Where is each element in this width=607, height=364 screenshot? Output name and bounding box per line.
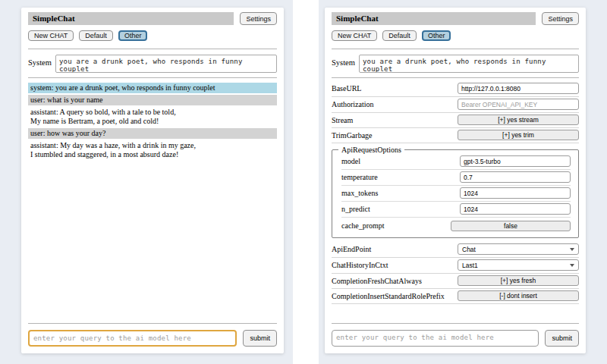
header-row: SimpleChat Settings bbox=[332, 12, 579, 25]
screenshot-gap bbox=[293, 0, 319, 364]
query-row: submit bbox=[332, 330, 579, 347]
system-prompt-input[interactable]: you are a drunk poet, who responds in fu… bbox=[359, 55, 579, 73]
submit-button[interactable]: submit bbox=[243, 330, 277, 347]
stream-label: Stream bbox=[332, 116, 353, 124]
spacer bbox=[28, 162, 277, 320]
settings-row: n_predict bbox=[341, 202, 571, 218]
api-request-options-rows: modeltemperaturemax_tokensn_predictcache… bbox=[341, 154, 571, 232]
new-chat-button[interactable]: New CHAT bbox=[28, 30, 74, 41]
completionfreshchatalways-toggle[interactable]: [+] yes fresh bbox=[458, 275, 579, 286]
n-predict-label: n_predict bbox=[341, 205, 370, 213]
baseurl-label: BaseURL bbox=[332, 84, 361, 93]
system-prompt-row: System you are a drunk poet, who respond… bbox=[28, 55, 277, 73]
api-request-options-fieldset: ApiRequestOptions modeltemperaturemax_to… bbox=[332, 146, 579, 238]
settings-row: ApiEndPointChat bbox=[332, 242, 579, 258]
settings-view-screenshot: SimpleChat Settings New CHAT Default Oth… bbox=[319, 0, 607, 364]
settings-row: ChatHistoryInCtxtLast1 bbox=[332, 258, 579, 274]
app-title: SimpleChat bbox=[28, 12, 234, 25]
chat-message-user: user: how was your day? bbox=[28, 128, 277, 139]
apiendpoint-select[interactable]: Chat bbox=[458, 243, 579, 255]
separator bbox=[28, 323, 277, 324]
query-input[interactable] bbox=[28, 330, 237, 347]
settings-row: model bbox=[341, 154, 571, 170]
temperature-input[interactable] bbox=[460, 171, 571, 183]
spacer bbox=[332, 304, 579, 320]
temperature-label: temperature bbox=[341, 173, 378, 181]
query-input[interactable] bbox=[332, 330, 539, 347]
chat-message-system: system: you are a drunk poet, who respon… bbox=[28, 83, 277, 93]
trimgarbage-label: TrimGarbage bbox=[332, 131, 373, 140]
settings-row: CompletionFreshChatAlways[+] yes fresh bbox=[332, 274, 579, 289]
max-tokens-label: max_tokens bbox=[341, 189, 378, 197]
baseurl-input[interactable] bbox=[458, 83, 579, 94]
simplechat-settings-panel: SimpleChat Settings New CHAT Default Oth… bbox=[325, 8, 586, 353]
completioninsertstandardroleprefix-toggle[interactable]: [-] dont insert bbox=[458, 290, 579, 301]
new-chat-button[interactable]: New CHAT bbox=[332, 30, 377, 41]
chat-message-assistant: assistant: My day was a haze, with a dri… bbox=[28, 140, 277, 160]
settings-row: max_tokens bbox=[341, 186, 571, 202]
query-row: submit bbox=[28, 330, 277, 347]
settings-rows-bottom: ApiEndPointChatChatHistoryInCtxtLast1Com… bbox=[332, 242, 579, 304]
trimgarbage-toggle[interactable]: [+] yes trim bbox=[458, 130, 579, 140]
model-label: model bbox=[341, 157, 360, 165]
system-label: System bbox=[332, 55, 355, 67]
settings-rows-top: BaseURLAuthorizationStream[+] yes stream… bbox=[332, 81, 579, 143]
session-tab-other[interactable]: Other bbox=[422, 30, 451, 41]
session-tab-default[interactable]: Default bbox=[382, 30, 417, 41]
cache-prompt-toggle[interactable]: false bbox=[451, 221, 571, 231]
apiendpoint-label: ApiEndPoint bbox=[332, 245, 371, 253]
submit-button[interactable]: submit bbox=[545, 330, 579, 347]
system-prompt-row: System you are a drunk poet, who respond… bbox=[332, 55, 579, 73]
app-title: SimpleChat bbox=[332, 12, 536, 25]
composite-canvas: SimpleChat Settings New CHAT Default Oth… bbox=[0, 0, 607, 364]
chathistoryinctxt-select-value: Last1 bbox=[462, 262, 478, 269]
chat-message-user: user: what is your name bbox=[28, 95, 277, 105]
settings-row: CompletionInsertStandardRolePrefix[-] do… bbox=[332, 289, 579, 304]
completioninsertstandardroleprefix-label: CompletionInsertStandardRolePrefix bbox=[332, 292, 445, 300]
chevron-down-icon bbox=[570, 264, 574, 267]
settings-row: BaseURL bbox=[332, 81, 579, 97]
authorization-label: Authorization bbox=[332, 100, 374, 108]
authorization-input[interactable] bbox=[458, 99, 579, 110]
session-toolbar: New CHAT Default Other bbox=[332, 30, 579, 41]
header-row: SimpleChat Settings bbox=[28, 12, 277, 25]
chevron-down-icon bbox=[570, 248, 574, 251]
api-request-options-legend: ApiRequestOptions bbox=[338, 146, 404, 154]
simplechat-chat-panel: SimpleChat Settings New CHAT Default Oth… bbox=[21, 8, 284, 353]
separator bbox=[332, 77, 579, 78]
session-tab-other[interactable]: Other bbox=[118, 30, 148, 41]
settings-row: TrimGarbage[+] yes trim bbox=[332, 128, 579, 143]
system-prompt-input[interactable]: you are a drunk poet, who responds in fu… bbox=[55, 55, 277, 73]
apiendpoint-select-value: Chat bbox=[462, 246, 476, 253]
separator bbox=[28, 49, 277, 49]
separator bbox=[332, 49, 579, 49]
settings-button[interactable]: Settings bbox=[542, 12, 579, 25]
system-label: System bbox=[28, 55, 52, 67]
chathistoryinctxt-select[interactable]: Last1 bbox=[458, 259, 579, 271]
chat-messages: system: you are a drunk poet, who respon… bbox=[28, 83, 277, 162]
session-toolbar: New CHAT Default Other bbox=[28, 30, 277, 41]
settings-row: Authorization bbox=[332, 97, 579, 113]
session-tab-default[interactable]: Default bbox=[79, 30, 113, 41]
settings-row: temperature bbox=[341, 170, 571, 186]
settings-row: Stream[+] yes stream bbox=[332, 113, 579, 128]
cache-prompt-label: cache_prompt bbox=[341, 221, 385, 230]
chat-view-screenshot: SimpleChat Settings New CHAT Default Oth… bbox=[0, 0, 293, 364]
max-tokens-input[interactable] bbox=[460, 187, 571, 199]
model-input[interactable] bbox=[460, 155, 571, 167]
separator bbox=[28, 77, 277, 78]
chat-message-assistant: assistant: A query so bold, with a tale … bbox=[28, 107, 277, 127]
separator bbox=[332, 323, 579, 324]
stream-toggle[interactable]: [+] yes stream bbox=[458, 115, 579, 125]
chathistoryinctxt-label: ChatHistoryInCtxt bbox=[332, 261, 388, 269]
completionfreshchatalways-label: CompletionFreshChatAlways bbox=[332, 277, 422, 285]
settings-row: cache_promptfalse bbox=[341, 218, 571, 232]
n-predict-input[interactable] bbox=[460, 203, 571, 215]
settings-button[interactable]: Settings bbox=[240, 12, 277, 25]
